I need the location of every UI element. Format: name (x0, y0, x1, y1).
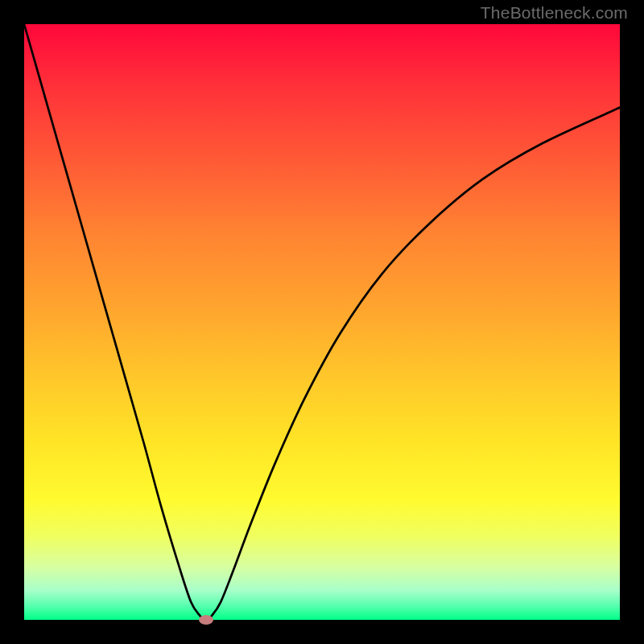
attribution-label: TheBottleneck.com (481, 3, 628, 23)
plot-area (24, 24, 620, 620)
curve-svg (24, 24, 620, 620)
bottleneck-curve (24, 24, 620, 620)
chart-frame: TheBottleneck.com (0, 0, 644, 644)
